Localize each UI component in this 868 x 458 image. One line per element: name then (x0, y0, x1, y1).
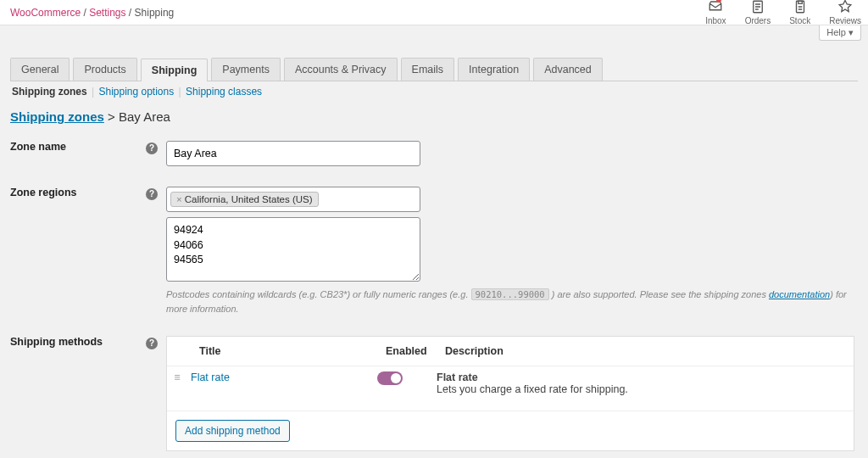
add-shipping-method-button[interactable]: Add shipping method (175, 420, 290, 442)
breadcrumb-woocommerce[interactable]: WooCommerce (10, 7, 81, 19)
postcodes-textarea[interactable] (166, 217, 420, 282)
method-enabled-toggle[interactable] (377, 371, 403, 385)
subtab-shipping-classes[interactable]: Shipping classes (186, 86, 262, 98)
label-shipping-methods: Shipping methods (10, 336, 103, 348)
tab-products[interactable]: Products (73, 58, 136, 81)
method-desc-body: Lets you charge a fixed rate for shippin… (437, 383, 628, 395)
heading-current-zone: Bay Area (119, 109, 170, 124)
orders-icon[interactable]: Orders (745, 0, 771, 25)
remove-token-icon[interactable]: × (176, 194, 182, 204)
tab-shipping[interactable]: Shipping (141, 59, 208, 81)
documentation-link[interactable]: documentation (769, 289, 830, 299)
zone-name-input[interactable] (166, 141, 420, 166)
reviews-icon[interactable]: Reviews (829, 0, 861, 25)
col-title: Title (191, 337, 377, 366)
inbox-icon[interactable]: Inbox (705, 0, 726, 25)
tab-integration[interactable]: Integration (458, 58, 530, 81)
tab-advanced[interactable]: Advanced (533, 58, 603, 81)
help-tab[interactable]: Help ▾ (819, 25, 861, 41)
help-icon[interactable]: ? (146, 338, 158, 349)
label-zone-regions: Zone regions (10, 187, 76, 198)
page-heading: Shipping zones > Bay Area (10, 109, 858, 124)
subtab-shipping-zones[interactable]: Shipping zones (12, 86, 87, 98)
breadcrumb: WooCommerce / Settings / Shipping (10, 7, 174, 19)
method-row: ≡ Flat rate Flat rate Lets you charge a … (167, 366, 854, 411)
tab-emails[interactable]: Emails (401, 58, 455, 81)
tab-accounts-privacy[interactable]: Accounts & Privacy (284, 58, 398, 81)
breadcrumb-current: Shipping (135, 7, 175, 19)
svg-rect-2 (798, 1, 802, 3)
shipping-subtabs: Shipping zones | Shipping options | Ship… (10, 81, 858, 106)
col-description: Description (437, 337, 854, 366)
top-bar: WooCommerce / Settings / Shipping Inbox … (0, 0, 868, 25)
settings-tabs: General Products Shipping Payments Accou… (10, 58, 858, 81)
stock-icon[interactable]: Stock (789, 0, 810, 25)
tab-payments[interactable]: Payments (211, 58, 281, 81)
region-token[interactable]: ×California, United States (US) (170, 192, 319, 207)
zone-regions-select[interactable]: ×California, United States (US) (166, 187, 420, 212)
shipping-methods-table: Title Enabled Description ≡ Flat rate (166, 336, 854, 451)
drag-handle-icon[interactable]: ≡ (174, 371, 180, 383)
breadcrumb-settings[interactable]: Settings (89, 7, 125, 19)
method-desc-title: Flat rate (437, 371, 478, 383)
heading-shipping-zones-link[interactable]: Shipping zones (10, 109, 104, 124)
help-icon[interactable]: ? (146, 142, 158, 154)
postcodes-hint: Postcodes containing wildcards (e.g. CB2… (166, 288, 854, 316)
help-icon[interactable]: ? (146, 188, 158, 200)
admin-icons: Inbox Orders Stock Reviews (705, 0, 861, 25)
method-title-link[interactable]: Flat rate (191, 371, 230, 383)
tab-general[interactable]: General (10, 58, 70, 81)
subtab-shipping-options[interactable]: Shipping options (98, 86, 174, 98)
col-enabled: Enabled (377, 337, 437, 366)
label-zone-name: Zone name (10, 141, 66, 153)
